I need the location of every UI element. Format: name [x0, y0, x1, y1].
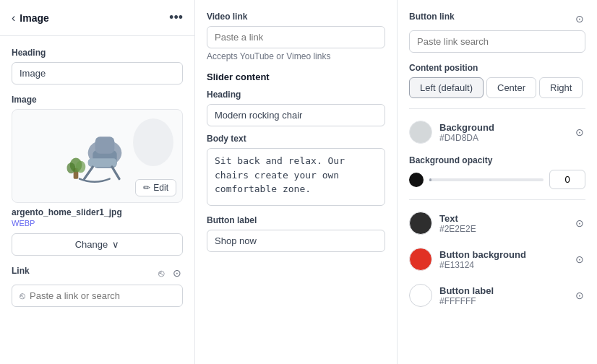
image-box-inner: ✏ Edit: [12, 110, 182, 202]
slider-content-title: Slider content: [207, 72, 385, 82]
button-label-group: Button label: [207, 215, 385, 252]
position-tab-center[interactable]: Center: [486, 77, 536, 98]
panel-title: Image: [20, 12, 48, 24]
edit-label: Edit: [153, 183, 168, 193]
svg-rect-3: [87, 158, 116, 167]
video-link-input[interactable]: [207, 26, 385, 48]
body-text-input[interactable]: Sit back and relax. Our chairs create yo…: [207, 148, 385, 206]
button-label-info: Button label #FFFFFF: [439, 285, 494, 306]
button-bg-value: #E13124: [439, 260, 526, 270]
heading-label: Heading: [12, 48, 183, 58]
button-bg-swatch[interactable]: [409, 248, 432, 271]
database-link-icon[interactable]: ⊙: [171, 266, 183, 280]
link-section-header: Link ⎋ ⊙: [12, 266, 183, 280]
heading-input[interactable]: [12, 62, 183, 84]
button-label-color-row: Button label #FFFFFF ⊙: [409, 282, 585, 308]
position-tab-left[interactable]: Left (default): [409, 77, 484, 98]
accepts-text: Accepts YouTube or Vimeo links: [207, 51, 385, 61]
button-label-color-label: Button label: [439, 285, 494, 296]
change-button[interactable]: Change ∨: [12, 233, 183, 256]
button-bg-label: Button background: [439, 249, 526, 260]
background-db-icon[interactable]: ⊙: [574, 125, 585, 139]
content-position-label: Content position: [409, 63, 585, 73]
content-position-section: Content position Left (default) Center R…: [409, 63, 585, 98]
back-icon[interactable]: ‹: [12, 12, 15, 25]
button-label-label: Button label: [207, 215, 385, 225]
button-label-input[interactable]: [207, 230, 385, 252]
button-bg-color-left: Button background #E13124: [409, 248, 526, 271]
divider-1: [409, 108, 585, 109]
text-color-value: #2E2E2E: [439, 224, 476, 234]
button-link-header: Button link ⊙: [409, 12, 585, 26]
background-color-row: Background #D4D8DA ⊙: [409, 119, 585, 145]
button-label-color-left: Button label #FFFFFF: [409, 284, 494, 307]
button-label-color-value: #FFFFFF: [439, 296, 494, 306]
change-label: Change: [75, 239, 108, 250]
opacity-input[interactable]: [549, 170, 585, 189]
link-input-container[interactable]: ⎋: [12, 285, 183, 307]
svg-point-10: [133, 118, 173, 166]
chevron-down-icon: ∨: [112, 239, 119, 250]
text-color-db-icon[interactable]: ⊙: [574, 216, 585, 230]
opacity-slider[interactable]: [429, 178, 544, 181]
link-label: Link: [12, 266, 30, 276]
background-label: Background: [439, 122, 494, 133]
position-tab-right[interactable]: Right: [539, 77, 583, 98]
text-swatch[interactable]: [409, 212, 432, 235]
slider-heading-label: Heading: [207, 90, 385, 100]
left-panel-content: Heading Image: [0, 36, 194, 318]
image-section: Image: [12, 95, 183, 256]
panel-header-left: ‹ Image: [12, 12, 49, 25]
background-value: #D4D8DA: [439, 133, 494, 143]
panel-header: ‹ Image •••: [0, 0, 194, 36]
position-tabs: Left (default) Center Right: [409, 77, 585, 98]
left-panel: ‹ Image ••• Heading Image: [0, 0, 195, 364]
more-icon[interactable]: •••: [169, 10, 183, 25]
video-link-label: Video link: [207, 12, 385, 22]
button-link-section: Button link ⊙: [409, 12, 585, 53]
svg-point-9: [76, 161, 85, 173]
button-bg-db-icon[interactable]: ⊙: [574, 252, 585, 266]
edit-icon: ✏: [143, 183, 150, 193]
text-info: Text #2E2E2E: [439, 213, 476, 234]
slider-heading-group: Heading: [207, 90, 385, 126]
image-type: WEBP: [12, 219, 183, 228]
button-link-input[interactable]: [409, 30, 585, 53]
heading-group: Heading: [12, 48, 183, 84]
button-label-swatch[interactable]: [409, 284, 432, 307]
divider-2: [409, 199, 585, 200]
opacity-label: Background opacity: [409, 155, 585, 165]
body-text-label: Body text: [207, 134, 385, 144]
button-label-db-icon[interactable]: ⊙: [574, 288, 585, 303]
slider-content-section: Slider content Heading Body text Sit bac…: [207, 72, 385, 252]
opacity-dot: [409, 173, 424, 187]
text-color-left: Text #2E2E2E: [409, 212, 476, 235]
background-swatch[interactable]: [409, 121, 432, 144]
chair-image: [61, 124, 134, 188]
body-text-group: Body text Sit back and relax. Our chairs…: [207, 134, 385, 208]
background-info: Background #D4D8DA: [439, 122, 494, 143]
link-input[interactable]: [30, 290, 175, 301]
link-section: Link ⎋ ⊙ ⎋: [12, 266, 183, 307]
middle-panel: Video link Accepts YouTube or Vimeo link…: [195, 0, 398, 364]
link-icons: ⎋ ⊙: [157, 266, 183, 280]
button-bg-info: Button background #E13124: [439, 249, 526, 270]
button-bg-color-row: Button background #E13124 ⊙: [409, 246, 585, 272]
button-link-db-icon[interactable]: ⊙: [574, 12, 585, 26]
video-link-section: Video link Accepts YouTube or Vimeo link…: [207, 12, 385, 61]
right-panel: Button link ⊙ Content position Left (def…: [398, 0, 597, 364]
image-filename: argento_home_slider1_jpg: [12, 207, 183, 217]
slider-heading-input[interactable]: [207, 104, 385, 126]
button-link-label: Button link: [409, 12, 455, 22]
text-color-row: Text #2E2E2E ⊙: [409, 210, 585, 236]
link-input-icon: ⎋: [20, 290, 25, 301]
opacity-row: [409, 170, 585, 189]
external-link-icon[interactable]: ⎋: [157, 266, 166, 280]
opacity-slider-fill: [429, 178, 431, 181]
svg-line-4: [84, 167, 93, 179]
svg-point-8: [66, 162, 75, 173]
image-label: Image: [12, 95, 183, 105]
edit-button[interactable]: ✏ Edit: [135, 179, 176, 196]
decoration-blob: [132, 117, 175, 168]
image-box: ✏ Edit: [12, 109, 183, 203]
